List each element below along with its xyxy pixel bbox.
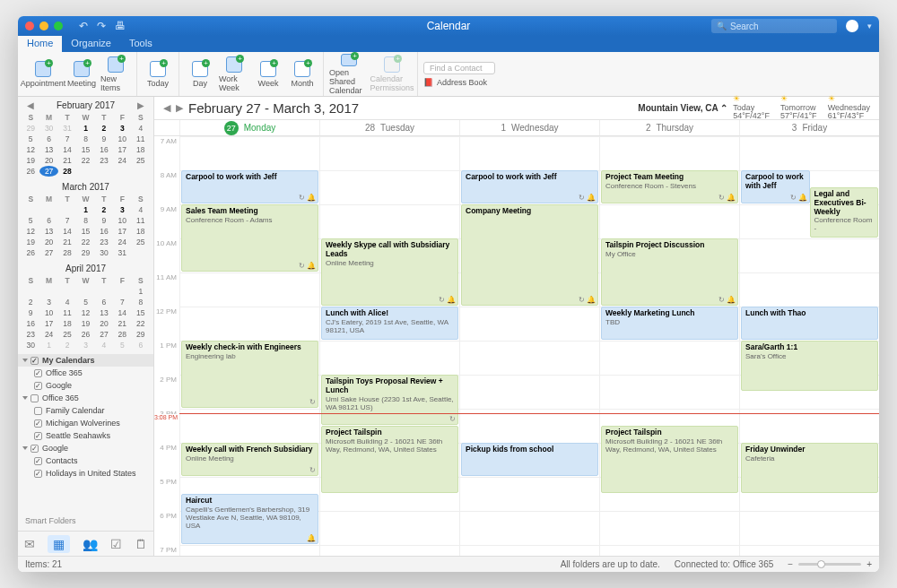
calendar-event[interactable]: Lunch with Alice!CJ's Eatery, 2619 1st A…	[321, 307, 458, 340]
calendar-event[interactable]: Tailspin Toys Proposal Review + LunchUmi…	[321, 375, 458, 425]
day-header[interactable]: 28Tuesday	[319, 120, 459, 135]
calendar-event[interactable]: Project TailspinMicrosoft Building 2 - 1…	[321, 426, 458, 493]
checkbox[interactable]	[34, 432, 42, 440]
calendar-item[interactable]: Contacts	[18, 454, 153, 467]
calendar-group[interactable]: My Calendars	[18, 354, 153, 367]
calendar-group[interactable]: Office 365	[18, 392, 153, 404]
notes-icon[interactable]: 🗒	[135, 537, 147, 551]
calendar-item[interactable]: Michigan Wolverines	[18, 417, 153, 429]
month-view-button[interactable]: Month	[287, 54, 318, 95]
checkbox[interactable]	[30, 445, 39, 453]
mini-calendar[interactable]: March 2017SMTWTFS12345678910111213141516…	[18, 178, 153, 260]
day-header[interactable]: 3Friday	[739, 120, 879, 135]
disclosure-icon[interactable]	[22, 396, 28, 400]
address-book-button[interactable]: 📕Address Book	[423, 78, 487, 87]
checkbox[interactable]	[30, 394, 39, 402]
zoom-out-icon[interactable]: −	[788, 559, 793, 569]
day-header[interactable]: 27Monday	[179, 120, 319, 135]
checkbox[interactable]	[34, 369, 42, 377]
book-icon: 📕	[423, 78, 433, 87]
appointment-button[interactable]: Appointment	[23, 54, 63, 95]
open-shared-calendar-button[interactable]: Open Shared Calendar	[329, 54, 369, 95]
title-bar: ↶ ↷ 🖶 Calendar Search ▾	[18, 16, 879, 36]
undo-icon[interactable]: ↶	[79, 20, 88, 32]
work-week-view-button[interactable]: Work Week	[219, 54, 249, 95]
calendar-event[interactable]: Weekly check-in with EngineersEngineerin…	[181, 341, 318, 408]
checkbox[interactable]	[34, 382, 42, 390]
calendar-event[interactable]: Lunch with Thao	[741, 307, 878, 340]
sidebar: ◀February 2017▶SMTWTFS293031123456789101…	[18, 97, 154, 556]
calendar-item[interactable]: Seattle Seahawks	[18, 429, 153, 442]
calendar-event[interactable]: Sara/Garth 1:1Sara's Office	[741, 341, 878, 391]
smart-folders[interactable]: Smart Folders	[18, 511, 153, 531]
calendar-event[interactable]: Tailspin Project DiscussionMy Office↻🔔	[601, 238, 738, 306]
calendar-permissions-button[interactable]: Calendar Permissions	[372, 54, 412, 95]
day-header[interactable]: 2Thursday	[599, 120, 739, 135]
day-column[interactable]: Carpool to work with Jeff↻🔔Legal and Exe…	[739, 136, 879, 556]
people-icon[interactable]: 👥	[83, 537, 98, 551]
checkbox[interactable]	[34, 470, 42, 478]
print-icon[interactable]: 🖶	[115, 20, 126, 32]
calendar-item[interactable]: Family Calendar	[18, 404, 153, 417]
calendar-event[interactable]: Pickup kids from school	[461, 443, 598, 476]
week-view-button[interactable]: Week	[253, 54, 283, 95]
search-input[interactable]: Search	[711, 19, 837, 33]
calendar-icon[interactable]: ▦	[48, 535, 70, 553]
calendar-event[interactable]: Friday UnwinderCafeteria	[741, 443, 878, 493]
zoom-icon[interactable]	[54, 22, 63, 30]
find-contact-input[interactable]: Find a Contact	[423, 62, 495, 74]
calendar-grid[interactable]: 7 AM8 AM9 AM10 AM11 AM12 PM1 PM2 PM3 PM4…	[154, 136, 879, 556]
checkbox[interactable]	[34, 407, 42, 415]
next-week-button[interactable]: ▶	[176, 102, 183, 114]
weather-location[interactable]: Mountain View, CA ⌃	[638, 103, 727, 113]
calendar-event[interactable]: HaircutCapelli's Gentlemen's Barbershop,…	[181, 494, 318, 544]
day-column[interactable]: Project Team MeetingConference Room - St…	[599, 136, 739, 556]
disclosure-icon[interactable]	[22, 446, 28, 450]
next-month-icon[interactable]: ▶	[137, 100, 144, 110]
calendar-group[interactable]: Google	[18, 442, 153, 454]
calendar-item[interactable]: Holidays in United States	[18, 467, 153, 480]
calendar-event[interactable]: Sales Team MeetingConference Room - Adam…	[181, 204, 318, 272]
calendar-event[interactable]: Carpool to work with Jeff↻🔔	[741, 170, 810, 203]
day-column[interactable]: Carpool to work with Jeff↻🔔Sales Team Me…	[179, 136, 319, 556]
zoom-in-icon[interactable]: +	[867, 559, 872, 569]
calendar-item[interactable]: Office 365	[18, 367, 153, 379]
today-button[interactable]: Today	[143, 54, 173, 95]
day-column[interactable]: Carpool to work with Jeff↻🔔Company Meeti…	[459, 136, 599, 556]
tab-tools[interactable]: Tools	[120, 36, 161, 52]
day-column[interactable]: Weekly Skype call with Subsidiary LeadsO…	[319, 136, 459, 556]
calendar-event[interactable]: Carpool to work with Jeff↻🔔	[181, 170, 318, 203]
mini-calendar[interactable]: ◀February 2017▶SMTWTFS293031123456789101…	[18, 97, 153, 178]
calendar-event[interactable]: Weekly Skype call with Subsidiary LeadsO…	[321, 238, 458, 306]
new-items-button[interactable]: New Items	[100, 54, 131, 95]
tab-organize[interactable]: Organize	[62, 36, 120, 52]
avatar[interactable]	[846, 20, 858, 32]
tasks-icon[interactable]: ☑	[110, 537, 122, 551]
mail-icon[interactable]: ✉	[24, 537, 35, 551]
meeting-button[interactable]: Meeting	[66, 54, 97, 95]
weather-strip: Today54°F/42°FTomorrow57°F/41°FWednesday…	[733, 95, 870, 122]
checkbox[interactable]	[30, 357, 39, 365]
calendar-event[interactable]: Legal and Executives Bi-WeeklyConference…	[810, 187, 879, 238]
calendar-event[interactable]: Company Meeting↻🔔	[461, 204, 598, 306]
minimize-icon[interactable]	[39, 22, 48, 30]
prev-week-button[interactable]: ◀	[163, 102, 170, 114]
prev-month-icon[interactable]: ◀	[27, 100, 34, 110]
calendar-event[interactable]: Project Team MeetingConference Room - St…	[601, 170, 738, 203]
calendar-event[interactable]: Weekly Marketing LunchTBD	[601, 307, 738, 340]
redo-icon[interactable]: ↷	[97, 20, 106, 32]
mini-calendar[interactable]: April 2017SMTWTFS12345678910111213141516…	[18, 260, 153, 352]
tab-home[interactable]: Home	[18, 36, 62, 52]
calendar-item[interactable]: Google	[18, 379, 153, 392]
calendar-event[interactable]: Carpool to work with Jeff↻🔔	[461, 170, 598, 203]
close-icon[interactable]	[25, 22, 34, 30]
day-header[interactable]: 1Wednesday	[459, 120, 599, 135]
day-view-button[interactable]: Day	[185, 54, 215, 95]
disclosure-icon[interactable]	[22, 359, 28, 362]
calendar-event[interactable]: Project TailspinMicrosoft Building 2 - 1…	[601, 426, 738, 493]
checkbox[interactable]	[34, 457, 42, 465]
checkbox[interactable]	[34, 419, 42, 428]
zoom-slider[interactable]: − +	[788, 559, 872, 569]
chevron-down-icon[interactable]: ▾	[867, 22, 872, 30]
calendar-event[interactable]: Weekly call with French SubsidiaryOnline…	[181, 443, 318, 476]
